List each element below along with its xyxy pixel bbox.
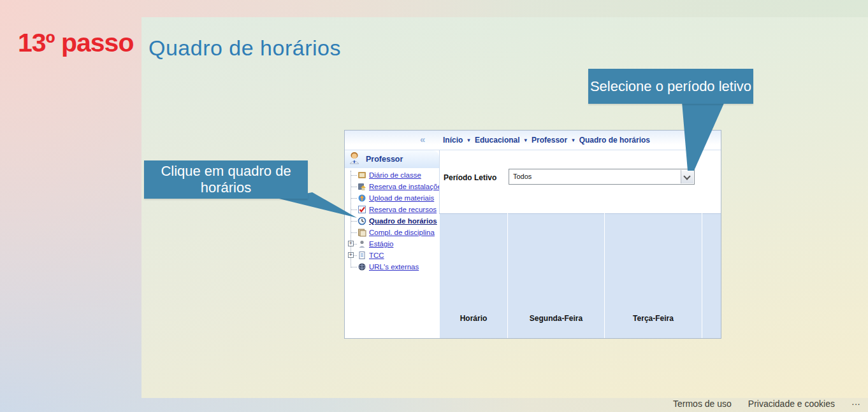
sidebar: Professor Diário de classe Reserva de in… <box>345 150 440 338</box>
sidebar-item-urls-externas[interactable]: URL's externas <box>347 261 440 273</box>
sidebar-item-quadro-de-horarios[interactable]: Quadro de horários <box>347 215 440 227</box>
sidebar-item-diario-de-classe[interactable]: Diário de classe <box>347 169 440 181</box>
chevron-down-icon: ▾ <box>524 137 528 143</box>
internship-icon <box>358 239 366 248</box>
breadcrumb-professor[interactable]: Professor <box>532 136 567 145</box>
schedule-table: Horário Segunda-Feira Terça-Feira 19:00 … <box>439 213 721 339</box>
course-complement-icon <box>358 228 366 237</box>
sidebar-item-tcc[interactable]: + TCC <box>347 250 440 261</box>
col-clipped <box>702 214 722 339</box>
content-area: Período Letivo Todos Horário Segunda-Fei… <box>440 150 721 338</box>
professor-avatar-icon <box>348 151 362 167</box>
dropdown-arrow-icon[interactable] <box>681 170 693 183</box>
breadcrumb: Início▾ Educacional▾ Professor▾ Quadro d… <box>443 131 650 150</box>
upload-materials-icon <box>358 194 366 202</box>
app-screenshot: « Início▾ Educacional▾ Professor▾ Quadro… <box>344 130 721 339</box>
footer-more-options[interactable]: ··· <box>851 399 860 409</box>
col-horario: Horário <box>440 214 508 339</box>
page-title: Quadro de horários <box>148 36 341 60</box>
collapse-sidebar-icon[interactable]: « <box>420 134 425 145</box>
col-segunda: Segunda-Feira <box>508 214 605 339</box>
callout-select-period: Selecione o período letivo <box>588 69 753 104</box>
diary-icon <box>358 171 366 180</box>
col-terca: Terça-Feira <box>605 214 702 339</box>
footer-link-privacidade[interactable]: Privacidade e cookies <box>748 399 835 409</box>
expand-plus-icon[interactable]: + <box>348 241 354 246</box>
period-letivo-label: Período Letivo <box>444 173 496 182</box>
tcc-document-icon <box>358 251 366 260</box>
breadcrumb-inicio[interactable]: Início <box>443 136 463 145</box>
breadcrumb-educacional[interactable]: Educacional <box>475 136 520 145</box>
sidebar-item-reserva-recursos[interactable]: Reserva de recursos <box>347 204 440 215</box>
sidebar-item-upload-materiais[interactable]: Upload de materiais <box>347 192 440 204</box>
period-letivo-value: Todos <box>513 173 532 180</box>
app-topbar: « Início▾ Educacional▾ Professor▾ Quadro… <box>345 131 721 150</box>
callout-click-menu: Clique em quadro de horários <box>144 160 308 199</box>
chevron-down-icon: ▾ <box>467 137 470 143</box>
sidebar-title: Professor <box>366 155 403 164</box>
sidebar-item-reserva-instalacoes[interactable]: Reserva de instalações <box>347 181 440 192</box>
footer-link-termos[interactable]: Termos de uso <box>673 399 732 409</box>
schedule-clock-icon <box>358 217 366 225</box>
sidebar-menu: Diário de classe Reserva de instalações … <box>347 169 440 273</box>
resource-reservation-icon <box>358 205 366 214</box>
sidebar-header: Professor <box>345 150 439 168</box>
chevron-down-icon: ▾ <box>572 137 575 143</box>
breadcrumb-current: Quadro de horários <box>579 136 650 145</box>
footer: Termos de uso Privacidade e cookies ··· <box>673 399 860 409</box>
facility-reservation-icon <box>358 182 366 191</box>
period-letivo-select[interactable]: Todos <box>509 169 695 185</box>
sidebar-item-compl-disciplina[interactable]: Compl. de disciplina <box>347 227 440 238</box>
external-urls-icon <box>358 262 366 271</box>
expand-plus-icon[interactable]: + <box>348 252 354 258</box>
step-label: 13º passo <box>18 28 133 58</box>
sidebar-item-estagio[interactable]: + Estágio <box>347 238 440 250</box>
